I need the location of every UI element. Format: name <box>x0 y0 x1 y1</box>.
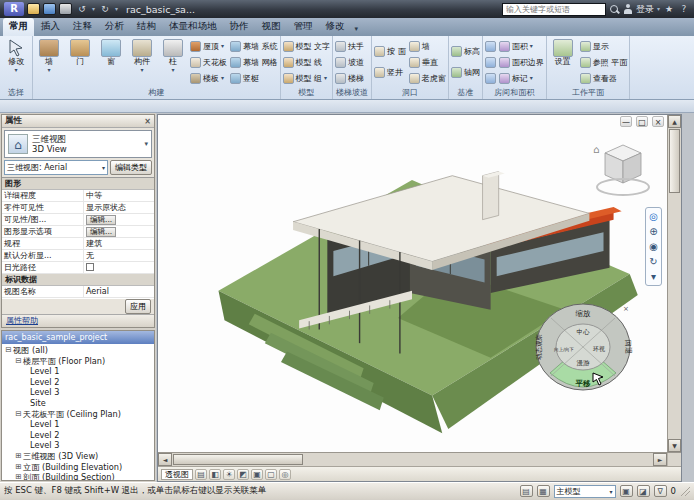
horizontal-scrollbar[interactable]: ◄ ► <box>158 452 681 466</box>
apply-button[interactable]: 应用 <box>125 299 151 314</box>
dormer-button[interactable]: 老虎窗 <box>408 71 447 85</box>
view-scale-button[interactable]: 透视图 <box>161 469 193 480</box>
tree-item[interactable]: ⊞剖面 (Building Section) <box>4 472 154 480</box>
design-options-select[interactable]: 主模型 ▾ <box>554 485 616 498</box>
mullion-button[interactable]: 竖梃 <box>229 71 279 85</box>
modify-dropdown-icon[interactable]: ▾ <box>14 67 17 73</box>
floor-dropdown-icon[interactable]: ▾ <box>221 75 224 81</box>
tree-item[interactable]: Level 1 <box>4 419 154 430</box>
scroll-down-button[interactable]: ▼ <box>668 439 681 452</box>
room-separation-button[interactable] <box>484 55 497 69</box>
tree-collapse-icon[interactable]: ⊟ <box>14 409 23 420</box>
qat-customize-icon[interactable]: ▾ <box>115 6 118 12</box>
steering-wheel[interactable]: 缩放 回退 平移 动态观察 中心 环视 向上/向下 漫游 × <box>533 301 633 393</box>
tree-item[interactable]: Level 1 <box>4 366 154 377</box>
tab-view[interactable]: 视图 <box>256 18 287 36</box>
panel-opening-label[interactable]: 洞口 <box>373 87 447 99</box>
panel-workplane-label[interactable]: 工作平面 <box>548 87 629 99</box>
tree-item[interactable]: Site <box>4 398 154 409</box>
properties-header[interactable]: 属性 × <box>2 115 154 128</box>
type-selector-dropdown-icon[interactable]: ▾ <box>144 140 148 148</box>
ribbon-minimize-icon[interactable]: ▾ <box>355 25 359 36</box>
favorites-star-icon[interactable]: ★ <box>663 4 675 14</box>
tree-item[interactable]: Level 2 <box>4 377 154 388</box>
sun-path-icon[interactable]: ☀ <box>223 469 235 480</box>
ramp-button[interactable]: 坡道 <box>334 55 365 69</box>
component-button[interactable]: 构件 ▾ <box>127 37 157 87</box>
tree-item[interactable]: ⊟楼层平面 (Floor Plan) <box>4 356 154 367</box>
tree-item[interactable]: Level 2 <box>4 430 154 441</box>
vertical-opening-button[interactable]: 垂直 <box>408 55 447 69</box>
panel-datum-label[interactable]: 基准 <box>450 87 481 99</box>
properties-close-icon[interactable]: × <box>144 117 151 126</box>
exclude-options-icon[interactable]: ◪ <box>637 485 650 497</box>
railing-button[interactable]: 扶手 <box>334 39 365 53</box>
orbit-button[interactable]: ↻ <box>647 255 660 268</box>
tab-modify[interactable]: 修改 <box>320 18 351 36</box>
wheel-close-icon[interactable]: × <box>623 305 629 313</box>
ref-plane-button[interactable]: 参照 平面 <box>579 55 629 69</box>
tree-expand-icon[interactable]: ⊞ <box>14 451 23 462</box>
edit-graphic-display-button[interactable]: 编辑... <box>86 227 116 237</box>
curtain-grid-button[interactable]: 幕墙 网格 <box>229 55 279 69</box>
column-dropdown-icon[interactable]: ▾ <box>171 67 174 73</box>
wheel-pan-label[interactable]: 平移 <box>575 379 592 388</box>
tree-item[interactable]: ⊟天花板平面 (Ceiling Plan) <box>4 409 154 420</box>
signin-dropdown-icon[interactable]: ▾ <box>657 6 660 12</box>
scroll-up-button[interactable]: ▲ <box>668 115 681 128</box>
shadows-icon[interactable]: ◩ <box>237 469 249 480</box>
zoom-button[interactable]: ⊕ <box>647 225 660 238</box>
model-group-button[interactable]: 模型 组 ▾ <box>282 71 332 85</box>
workplane-viewer-button[interactable]: 查看器 <box>579 71 629 85</box>
door-button[interactable]: 门 <box>65 37 95 87</box>
floor-button[interactable]: 楼板 ▾ <box>189 71 228 85</box>
stair-button[interactable]: 楼梯 <box>334 71 365 85</box>
view-selector-dropdown-icon[interactable]: ▾ <box>102 164 105 171</box>
wheel-look-label[interactable]: 环视 <box>593 345 605 353</box>
view-selector-combo[interactable]: 三维视图: Aerial ▾ <box>4 160 108 175</box>
tree-collapse-icon[interactable]: ⊟ <box>14 356 23 367</box>
drawing-canvas[interactable]: — □ × ⌂ ◎ ⊕ <box>158 115 667 452</box>
tab-analyze[interactable]: 分析 <box>99 18 130 36</box>
tree-expand-icon[interactable]: ⊞ <box>14 462 23 473</box>
tree-item[interactable]: ⊞立面 (Building Elevation) <box>4 462 154 473</box>
horizontal-scroll-thumb[interactable] <box>173 454 303 465</box>
column-button[interactable]: 柱 ▾ <box>158 37 188 87</box>
view-minimize-button[interactable]: — <box>620 116 632 127</box>
wall-opening-button[interactable]: 墙 <box>408 39 447 53</box>
wheel-orbit-label[interactable]: 动态观察 <box>535 334 543 361</box>
vertical-scrollbar[interactable]: ▲ ▼ <box>667 115 681 452</box>
signin-button[interactable]: 登录 <box>636 3 654 16</box>
project-browser-header[interactable]: rac_basic_sample_project <box>2 331 154 344</box>
tab-collaborate[interactable]: 协作 <box>224 18 255 36</box>
tab-manage[interactable]: 管理 <box>288 18 319 36</box>
sun-path-checkbox[interactable] <box>86 263 94 271</box>
model-text-button[interactable]: 模型 文字 <box>282 39 332 53</box>
undo-button[interactable]: ↺ <box>75 3 89 16</box>
tree-item[interactable]: ⊟视图 (all) <box>4 345 154 356</box>
viewcube[interactable]: ⌂ <box>589 137 653 199</box>
roof-button[interactable]: 屋顶 ▾ <box>189 39 228 53</box>
model-line-button[interactable]: 模型 线 <box>282 55 332 69</box>
panel-circulation-label[interactable]: 楼梯坡道 <box>334 87 370 99</box>
crop-view-icon[interactable]: ▣ <box>251 469 263 480</box>
modify-button[interactable]: 修改 ▾ <box>1 37 31 87</box>
roof-dropdown-icon[interactable]: ▾ <box>221 43 224 49</box>
model-group-dropdown-icon[interactable]: ▾ <box>324 75 327 81</box>
wheel-rewind-label[interactable]: 回退 <box>624 340 633 354</box>
area-dropdown-icon[interactable]: ▾ <box>530 43 533 49</box>
area-boundary-button[interactable]: 面积边界 <box>498 55 545 69</box>
tree-item[interactable]: ⊞三维视图 (3D View) <box>4 451 154 462</box>
show-crop-region-icon[interactable]: ▢ <box>265 469 277 480</box>
worksets-icon[interactable]: ▤ <box>520 485 533 497</box>
panel-room-area-label[interactable]: 房间和面积 <box>484 87 545 99</box>
edit-visibility-button[interactable]: 编辑... <box>86 215 116 225</box>
tag-area-dropdown-icon[interactable]: ▾ <box>530 75 533 81</box>
tab-massing-site[interactable]: 体量和场地 <box>163 18 223 36</box>
vertical-scroll-thumb[interactable] <box>669 129 680 193</box>
level-button[interactable]: 标高 <box>450 44 481 58</box>
wheel-zoom-label[interactable]: 缩放 <box>576 309 592 318</box>
application-menu-button[interactable]: R <box>4 2 24 16</box>
area-button[interactable]: 面积 ▾ <box>498 39 545 53</box>
panel-build-label[interactable]: 构建 <box>34 87 279 99</box>
